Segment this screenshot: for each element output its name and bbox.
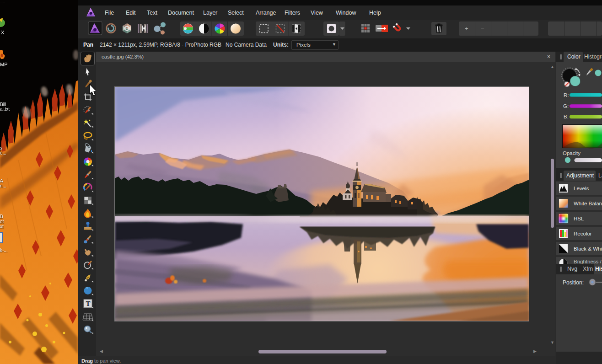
svg-text:Levels: Levels <box>574 186 589 191</box>
svg-text:B:: B: <box>564 114 569 119</box>
svg-text:R:: R: <box>564 92 569 98</box>
svg-text:Brightness / C: Brightness / C <box>574 259 602 264</box>
svg-text:Recolor: Recolor <box>574 231 592 236</box>
svg-text:Black & White: Black & White <box>574 246 602 252</box>
svg-text:−: − <box>481 25 484 32</box>
svg-text:Opacity: Opacity <box>563 150 580 156</box>
svg-text:White Balance: White Balance <box>574 201 602 206</box>
svg-text:HSL: HSL <box>574 216 584 221</box>
svg-text:G:: G: <box>563 103 569 109</box>
svg-text:T: T <box>86 300 91 307</box>
svg-text:+: + <box>465 25 468 32</box>
